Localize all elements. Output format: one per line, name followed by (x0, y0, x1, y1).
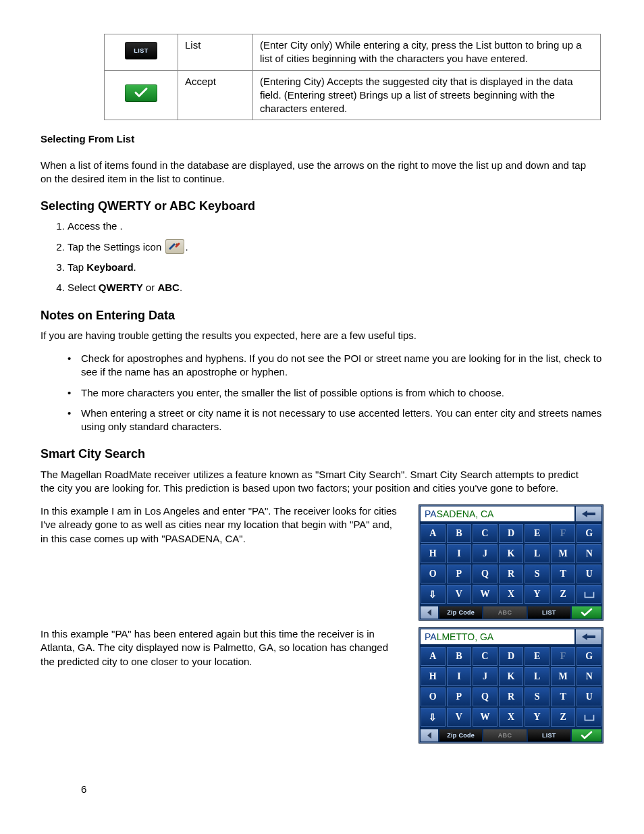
key-s[interactable]: S (525, 565, 549, 583)
accept-button[interactable] (572, 729, 601, 741)
key-c[interactable]: C (473, 647, 498, 666)
key-c[interactable]: C (473, 524, 498, 543)
key-p[interactable]: P (447, 687, 472, 706)
space-key[interactable] (576, 585, 601, 604)
keyboard-select-steps: Access the . Tap the Settings icon . Tap… (68, 219, 603, 294)
key-e[interactable]: E (525, 524, 549, 543)
backspace-button[interactable] (576, 506, 601, 521)
zip-code-button[interactable]: Zip Code (439, 606, 482, 619)
button-name: Accept (178, 70, 253, 120)
key-r[interactable]: R (499, 565, 524, 583)
shift-key[interactable] (421, 585, 446, 604)
notes-heading: Notes on Entering Data (41, 307, 603, 323)
example-2-text: In this example "PA" has been entered ag… (41, 627, 398, 669)
tip-item: Check for apostrophes and hyphens. If yo… (68, 352, 603, 380)
city-input[interactable]: PALMETTO, GA (421, 629, 574, 644)
key-b[interactable]: B (447, 647, 472, 666)
abc-mode-button[interactable]: ABC (483, 729, 526, 741)
key-t[interactable]: T (551, 565, 576, 583)
key-u[interactable]: U (576, 565, 601, 583)
selecting-from-list-heading: Selecting From List (41, 132, 603, 146)
key-e[interactable]: E (525, 647, 549, 666)
key-z[interactable]: Z (551, 708, 576, 727)
key-t[interactable]: T (551, 687, 576, 706)
key-w[interactable]: W (473, 708, 498, 727)
key-x[interactable]: X (499, 708, 524, 727)
key-g[interactable]: G (576, 524, 601, 543)
key-k[interactable]: K (499, 544, 524, 563)
list-button[interactable]: LIST (528, 606, 570, 619)
key-m[interactable]: M (551, 667, 576, 686)
tip-item: When entering a street or city name it i… (68, 407, 603, 434)
notes-tips: Check for apostrophes and hyphens. If yo… (68, 352, 603, 434)
accept-button-icon (125, 84, 157, 102)
key-n[interactable]: N (576, 667, 601, 686)
key-u[interactable]: U (576, 687, 601, 706)
selecting-from-list-body: When a list of items found in the databa… (41, 159, 587, 186)
key-d[interactable]: D (499, 647, 524, 666)
key-g[interactable]: G (576, 647, 601, 666)
step-1: Access the . (68, 219, 603, 233)
key-n[interactable]: N (576, 544, 601, 563)
keyboard-select-heading: Selecting QWERTY or ABC Keyboard (41, 198, 603, 214)
key-o[interactable]: O (421, 565, 446, 583)
key-x[interactable]: X (499, 585, 524, 604)
key-h[interactable]: H (421, 544, 446, 563)
step-3: Tap Keyboard. (68, 261, 603, 274)
button-description-table: List(Enter City only) While entering a c… (104, 34, 601, 120)
example-2: In this example "PA" has been entered ag… (41, 627, 603, 744)
key-q[interactable]: Q (473, 565, 498, 583)
key-k[interactable]: K (499, 667, 524, 686)
smart-city-heading: Smart City Search (41, 446, 603, 462)
step-4: Select QWERTY or ABC. (68, 281, 603, 294)
key-b[interactable]: B (447, 524, 472, 543)
settings-icon (165, 239, 184, 254)
abc-mode-button[interactable]: ABC (483, 606, 526, 619)
back-button[interactable] (421, 606, 438, 619)
example-1: In this example I am in Los Angeles and … (41, 504, 603, 621)
key-v[interactable]: V (447, 708, 472, 727)
onscreen-keyboard: PASADENA, CAABCDEFGHIJKLMNOPQRSTUVWXYZZi… (419, 504, 603, 621)
key-o[interactable]: O (421, 687, 446, 706)
key-f[interactable]: F (551, 524, 576, 543)
key-y[interactable]: Y (525, 708, 549, 727)
key-v[interactable]: V (447, 585, 472, 604)
key-l[interactable]: L (525, 544, 549, 563)
key-i[interactable]: I (447, 544, 472, 563)
key-f[interactable]: F (551, 647, 576, 666)
space-key[interactable] (576, 708, 601, 727)
smart-city-intro: The Magellan RoadMate receiver utilizes … (41, 468, 587, 496)
key-j[interactable]: J (473, 667, 498, 686)
zip-code-button[interactable]: Zip Code (439, 729, 482, 741)
back-button[interactable] (421, 729, 438, 741)
onscreen-keyboard: PALMETTO, GAABCDEFGHIJKLMNOPQRSTUVWXYZZi… (419, 627, 603, 744)
key-p[interactable]: P (447, 565, 472, 583)
key-q[interactable]: Q (473, 687, 498, 706)
key-w[interactable]: W (473, 585, 498, 604)
key-h[interactable]: H (421, 667, 446, 686)
key-r[interactable]: R (499, 687, 524, 706)
key-m[interactable]: M (551, 544, 576, 563)
button-description: (Entering City) Accepts the suggested ci… (253, 70, 601, 120)
accept-button[interactable] (572, 606, 601, 619)
step-2: Tap the Settings icon . (68, 240, 603, 255)
tip-item: The more characters you enter, the small… (68, 386, 603, 400)
page-number: 6 (81, 783, 86, 796)
key-s[interactable]: S (525, 687, 549, 706)
key-d[interactable]: D (499, 524, 524, 543)
key-i[interactable]: I (447, 667, 472, 686)
city-input[interactable]: PASADENA, CA (421, 506, 574, 521)
key-z[interactable]: Z (551, 585, 576, 604)
list-button[interactable]: LIST (528, 729, 570, 741)
key-a[interactable]: A (421, 524, 446, 543)
key-a[interactable]: A (421, 647, 446, 666)
button-name: List (178, 34, 253, 71)
key-j[interactable]: J (473, 544, 498, 563)
shift-key[interactable] (421, 708, 446, 727)
key-l[interactable]: L (525, 667, 549, 686)
backspace-button[interactable] (576, 629, 601, 644)
key-y[interactable]: Y (525, 585, 549, 604)
notes-intro: If you are having trouble getting the re… (41, 329, 587, 342)
example-1-text: In this example I am in Los Angeles and … (41, 504, 398, 546)
list-button-icon (125, 42, 157, 59)
